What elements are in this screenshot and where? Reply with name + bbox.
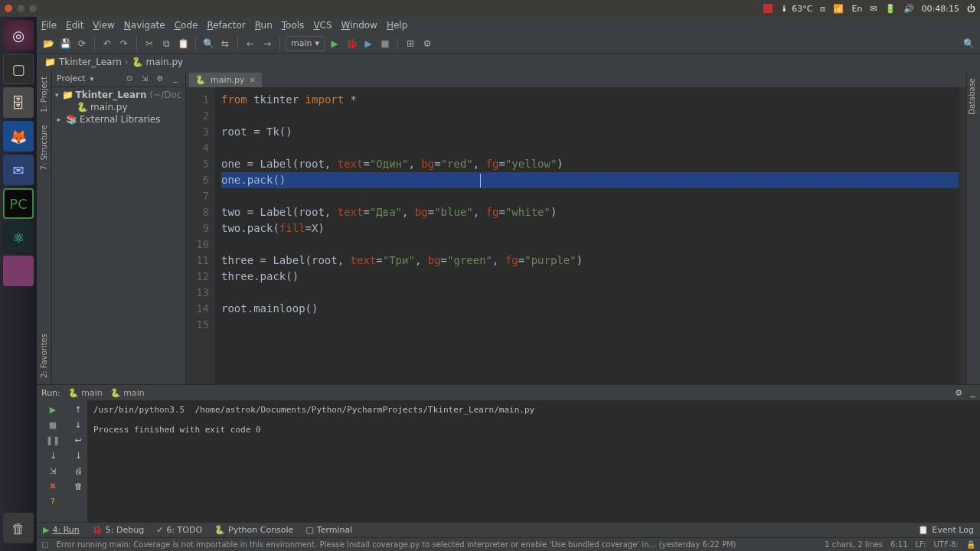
tab-structure-side[interactable]: 7: Structure: [38, 119, 50, 176]
window-close-icon[interactable]: [5, 5, 12, 12]
menu-help[interactable]: Help: [387, 20, 407, 31]
pause-icon[interactable]: ❚❚: [47, 434, 59, 446]
crumb-file[interactable]: main.py: [146, 57, 184, 67]
menu-vcs[interactable]: VCS: [313, 20, 332, 31]
python-file-icon: 🐍: [132, 57, 143, 67]
menu-run[interactable]: Run: [255, 20, 273, 31]
external-libs-node[interactable]: ▸ 📚 External Libraries: [55, 113, 182, 126]
close-icon[interactable]: ×: [249, 76, 255, 84]
tab-todo[interactable]: ✓ 6: TODO: [156, 525, 202, 535]
status-encoding[interactable]: UTF-8:: [933, 540, 959, 549]
crumb-project[interactable]: Tkinter_Learn: [59, 57, 122, 67]
run-icon[interactable]: ▶: [328, 37, 341, 51]
menu-navigate[interactable]: Navigate: [124, 20, 165, 31]
copy-icon[interactable]: ⧉: [159, 37, 173, 51]
restore-icon[interactable]: ⇲: [47, 465, 59, 477]
menu-file[interactable]: File: [41, 20, 57, 31]
firefox-icon[interactable]: 🦊: [3, 121, 34, 152]
dash-icon[interactable]: ◎: [3, 20, 34, 51]
window-maximize-icon[interactable]: [29, 5, 37, 12]
run-config-1[interactable]: 🐍 main: [68, 388, 103, 398]
help-icon[interactable]: ?: [47, 495, 59, 507]
pycharm-icon[interactable]: PC: [3, 188, 34, 219]
tab-event-log[interactable]: 📋 Event Log: [918, 525, 974, 535]
power-icon[interactable]: ⏻: [967, 4, 975, 14]
app-icon[interactable]: [3, 256, 34, 286]
scroll-icon[interactable]: ⤓: [72, 449, 84, 461]
hide-icon[interactable]: ⎯: [170, 73, 181, 84]
up-icon[interactable]: ↑: [72, 403, 84, 416]
collapse-icon[interactable]: ⇲: [139, 73, 150, 84]
thunderbird-icon[interactable]: ✉: [3, 155, 34, 185]
menu-edit[interactable]: Edit: [66, 20, 83, 31]
status-message: Error running main: Coverage is not impo…: [56, 540, 817, 549]
code-editor[interactable]: 123456789101112131415 from tkinter impor…: [186, 87, 966, 384]
down-icon[interactable]: ↓: [72, 419, 84, 431]
open-icon[interactable]: 📂: [41, 37, 55, 51]
tab-debug[interactable]: 🐞 5: Debug: [92, 525, 144, 535]
forward-icon[interactable]: →: [260, 37, 274, 51]
search-everywhere-icon[interactable]: 🔍: [962, 37, 975, 51]
run-config-select[interactable]: main ▾: [286, 36, 325, 51]
project-file-node[interactable]: 🐍 main.py: [55, 101, 182, 113]
clock[interactable]: 00:48:15: [922, 4, 959, 14]
status-line-sep[interactable]: LF:: [916, 540, 926, 549]
menu-refactor[interactable]: Refactor: [207, 20, 245, 31]
dropbox-icon[interactable]: ⧈: [820, 4, 825, 14]
paste-icon[interactable]: 📋: [176, 37, 190, 51]
python-file-icon: 🐍: [77, 102, 87, 112]
tab-run[interactable]: ▶4: Run: [43, 525, 80, 535]
battery-icon[interactable]: 🔋: [885, 4, 896, 14]
menu-window[interactable]: Window: [341, 20, 377, 31]
sync-icon[interactable]: ⟳: [75, 37, 89, 51]
hide-icon[interactable]: ⎯: [970, 388, 975, 398]
find-icon[interactable]: 🔍: [201, 37, 215, 51]
run-coverage-icon[interactable]: ▶: [361, 37, 375, 51]
back-icon[interactable]: ←: [243, 37, 257, 51]
structure-icon[interactable]: ⊞: [403, 37, 417, 51]
cut-icon[interactable]: ✂: [142, 37, 156, 51]
debug-icon[interactable]: 🐞: [345, 37, 358, 51]
files-icon[interactable]: 🗄: [3, 87, 34, 118]
undo-icon[interactable]: ↶: [100, 37, 114, 51]
code-content[interactable]: from tkinter import *root = Tk()one = La…: [215, 87, 959, 384]
wifi-icon[interactable]: 📶: [833, 4, 844, 14]
menu-view[interactable]: View: [93, 20, 114, 31]
terminal-icon[interactable]: ▢: [3, 54, 34, 84]
save-icon[interactable]: 💾: [58, 37, 72, 51]
stop-icon[interactable]: ■: [378, 37, 392, 51]
keyboard-lang[interactable]: En: [851, 4, 862, 14]
redo-icon[interactable]: ↷: [117, 37, 131, 51]
dump-icon[interactable]: ⤓: [47, 449, 59, 461]
menu-code[interactable]: Code: [175, 20, 198, 31]
run-output[interactable]: /usr/bin/python3.5 /home/astrok/Document…: [87, 400, 980, 522]
atom-icon[interactable]: ⚛: [3, 222, 34, 253]
run-config-2[interactable]: 🐍 main: [110, 388, 145, 398]
error-stripe[interactable]: [959, 87, 966, 384]
tab-python-console[interactable]: 🐍 Python Console: [214, 525, 293, 535]
gear-icon[interactable]: ⚙: [955, 388, 962, 398]
status-icon[interactable]: ▢: [41, 540, 48, 549]
trash-icon[interactable]: 🗑: [3, 513, 34, 543]
close-icon[interactable]: ✖: [47, 480, 59, 492]
menu-tools[interactable]: Tools: [282, 20, 305, 31]
soft-wrap-icon[interactable]: ↩: [72, 434, 84, 446]
editor-tab-main[interactable]: 🐍 main.py ×: [189, 73, 262, 87]
stop-icon[interactable]: ■: [47, 419, 59, 431]
tab-database-side[interactable]: Database: [967, 70, 977, 122]
lock-icon[interactable]: 🔒: [966, 540, 975, 549]
gear-icon[interactable]: ⚙: [155, 73, 165, 84]
replace-icon[interactable]: ⇆: [218, 37, 232, 51]
autoscroll-icon[interactable]: ⊙: [124, 73, 135, 84]
rerun-icon[interactable]: ▶: [47, 403, 59, 416]
tab-favorites-side[interactable]: 2: Favorites: [38, 328, 50, 384]
tab-terminal[interactable]: ▢ Terminal: [305, 525, 352, 535]
window-minimize-icon[interactable]: [17, 5, 24, 12]
settings-icon[interactable]: ⚙: [420, 37, 434, 51]
project-root-node[interactable]: ▾ 📁 Tkinter_Learn (~/Docum: [55, 89, 182, 101]
print-icon[interactable]: 🖨: [72, 465, 84, 477]
volume-icon[interactable]: 🔊: [903, 4, 914, 14]
tab-project-side[interactable]: 1: Project: [38, 70, 50, 119]
mail-icon[interactable]: ✉: [870, 4, 877, 14]
clear-icon[interactable]: 🗑: [72, 480, 84, 492]
